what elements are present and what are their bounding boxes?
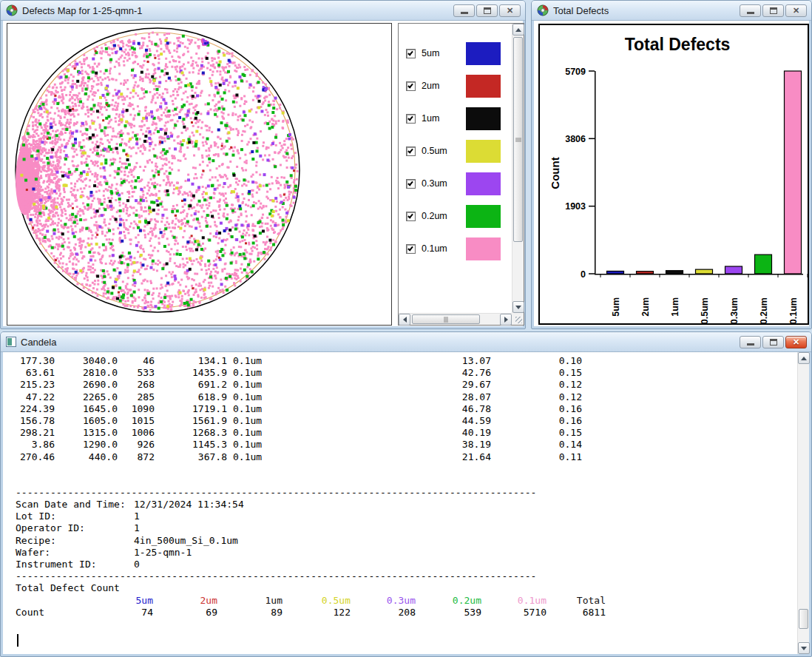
x-category-label: 1um [670,297,680,317]
scroll-up-button[interactable] [512,24,524,36]
total-defects-bar-chart: Total DefectsCount01903380657095um2um1um… [540,25,808,323]
close-icon: ✕ [507,7,513,15]
legend-label: 5um [422,48,439,58]
scan-info-row-operator-id-: Operator ID:1 [16,522,797,534]
size-column-header: 1um [217,595,282,607]
bar-0.3um [725,266,742,274]
scrollbar-thumb[interactable] [412,314,480,324]
y-tick-label: 1903 [565,201,586,212]
scrollbar-thumb[interactable] [513,37,523,242]
scroll-down-button[interactable] [512,301,524,313]
terminal-output: 177.303040.046134.10.1um13.070.1063.6128… [3,352,797,654]
legend-label: 2um [422,81,439,91]
close-button[interactable]: ✕ [499,4,521,17]
scan-info-block: Scan Date and Time:12/31/2024 11:34:54Lo… [16,499,797,570]
bar-1um [666,271,683,274]
maximize-button[interactable] [476,4,498,17]
legend-label: 0.1um [422,243,447,254]
candela-titlebar[interactable]: Candela ✕ [1,332,811,352]
count-value: 5710 [481,607,547,619]
size-column-header: 0.5um [282,595,351,607]
close-button[interactable]: ✕ [785,336,807,348]
defect-data-rows: 177.303040.046134.10.1um13.070.1063.6128… [16,355,797,463]
scroll-up-button[interactable] [798,352,810,364]
separator-line: ----------------------------------------… [16,570,797,582]
maximize-button[interactable] [762,336,784,348]
count-value: 69 [153,607,217,619]
minimize-icon [747,343,754,346]
legend-item-0.3um: 0.3um [399,172,510,195]
defects-map-titlebar[interactable]: Defects Map for 1-25-qmn-1 ✕ [1,1,525,21]
legend-horizontal-scrollbar[interactable] [399,313,512,325]
maximize-icon [484,7,491,14]
size-column-header: 0.1um [481,595,547,607]
minimize-icon [461,12,468,14]
size-column-header: 2um [153,595,217,607]
legend-item-2um: 2um [399,74,510,98]
scroll-down-button[interactable] [798,642,810,654]
checkbox-0.5um[interactable] [406,146,416,156]
count-value: 539 [416,607,481,619]
checkbox-0.2um[interactable] [406,212,416,221]
checkbox-0.1um[interactable] [406,244,416,254]
bar-0.1um [785,71,802,274]
wafer-app-icon [537,4,549,16]
x-category-label: 0.1um [788,297,799,323]
count-value: 208 [351,607,416,619]
y-tick-label: 0 [581,269,586,280]
legend-vertical-scrollbar[interactable] [512,24,524,313]
checkbox-0.3um[interactable] [406,179,416,189]
arrow-up-icon [801,357,807,360]
y-tick-label: 5709 [565,67,586,77]
count-value: 74 [71,607,153,619]
legend-item-1um: 1um [399,107,510,130]
total-defect-count-heading: Total Defect Count [16,582,797,594]
scan-info-row-instrument-id-: Instrument ID:0 [16,559,797,570]
total-defects-titlebar[interactable]: Total Defects ✕ [532,1,811,21]
chart-title: Total Defects [625,35,731,54]
scrollbar-thumb[interactable] [799,609,808,629]
arrow-down-icon [515,306,521,309]
defect-data-row: 47.222265.0285618.90.1um28.070.12 [16,391,797,403]
legend-label: 1um [422,113,439,124]
check-icon [407,181,413,186]
thumb-grip [444,317,448,323]
checkbox-5um[interactable] [406,49,416,58]
close-button[interactable]: ✕ [785,4,807,17]
resize-grip[interactable] [512,313,524,325]
total-defects-window: Total Defects ✕ Total DefectsCount019033… [531,0,812,329]
scroll-left-button[interactable] [399,314,410,326]
legend-item-0.2um: 0.2um [399,204,510,228]
window-title: Defects Map for 1-25-qmn-1 [22,5,453,16]
bar-0.5um [696,269,713,274]
minimize-button[interactable] [453,4,475,17]
close-icon: ✕ [793,338,799,346]
bar-5um [607,271,624,274]
color-swatch-0.5um [466,140,501,163]
defect-data-row: 224.391645.010901719.10.1um46.780.16 [16,403,797,415]
arrow-left-icon [403,317,407,323]
check-icon [407,246,413,252]
legend-item-0.5um: 0.5um [399,139,510,163]
window-title: Candela [21,337,740,348]
total-count-header-row: 5um2um1um0.5um0.3um0.2um0.1umTotal [16,595,797,607]
legend-label: 0.5um [422,146,447,156]
legend-rows: 5um2um1um0.5um0.3um0.2um0.1um [399,24,512,313]
checkbox-2um[interactable] [406,81,416,91]
defect-data-row: 177.303040.046134.10.1um13.070.10 [16,355,797,367]
color-swatch-1um [466,107,501,130]
checkbox-1um[interactable] [406,114,416,124]
minimize-button[interactable] [740,336,761,348]
minimize-button[interactable] [740,4,761,17]
color-swatch-5um [466,42,501,65]
scroll-right-button[interactable] [500,314,512,326]
defects-map-window: Defects Map for 1-25-qmn-1 ✕ 5um2um1um0.… [0,0,526,329]
candela-vertical-scrollbar[interactable] [797,352,809,654]
separator-line: ----------------------------------------… [16,487,797,499]
scan-info-row-wafer-: Wafer:1-25-qmn-1 [16,547,797,559]
defect-data-row: 156.781605.010151561.90.1um44.590.16 [16,415,797,427]
maximize-button[interactable] [762,4,784,17]
bar-0.2um [755,255,772,274]
size-column-header: 5um [71,595,153,607]
defect-data-row: 270.46440.0872367.80.1um21.640.11 [16,451,797,463]
